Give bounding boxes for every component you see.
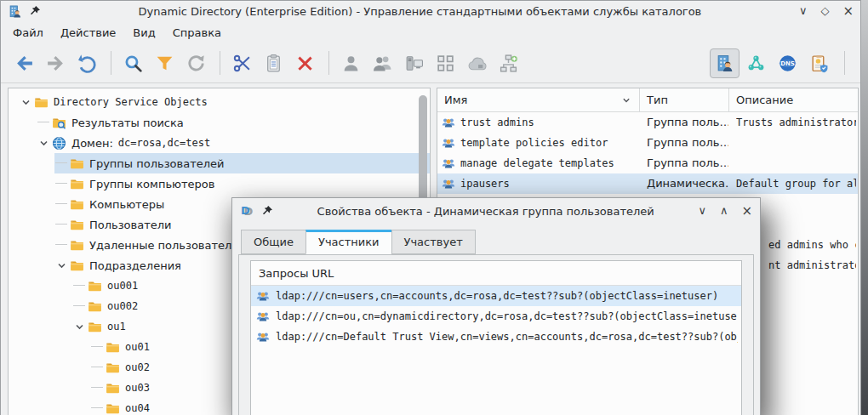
tree-item-label: ou1 bbox=[107, 321, 126, 333]
close-button[interactable]: × bbox=[842, 1, 854, 21]
search-button[interactable] bbox=[118, 48, 148, 78]
menu-view[interactable]: Вид bbox=[124, 24, 163, 42]
cell-description: nt administrato… bbox=[768, 255, 856, 276]
column-header-label: Описание bbox=[736, 94, 793, 106]
tree-item-label: ou03 bbox=[125, 382, 150, 394]
directory-objects-icon bbox=[715, 54, 734, 73]
delete-button[interactable] bbox=[290, 48, 320, 78]
add-ou-button[interactable] bbox=[494, 48, 523, 78]
forward-button[interactable] bbox=[41, 48, 71, 78]
ldap-url-item[interactable]: ldap:///cn=Default Trust View,cn=views,c… bbox=[251, 327, 741, 347]
back-button[interactable] bbox=[9, 48, 39, 78]
tree-item-domain[interactable]: Домен: dc=rosa,dc=test bbox=[37, 133, 430, 153]
dialog-titlebar[interactable]: D D Свойства объекта - Динамическая груп… bbox=[232, 198, 760, 224]
tab-member-of[interactable]: Участвует bbox=[391, 230, 476, 254]
cloud-sync-button[interactable] bbox=[462, 48, 492, 78]
add-group-button[interactable] bbox=[368, 48, 397, 78]
tree-branch-line bbox=[54, 235, 70, 255]
table-header: Имя Тип Описание bbox=[437, 88, 858, 112]
tree-item-label: ou001 bbox=[107, 280, 138, 292]
pin-icon[interactable] bbox=[261, 205, 273, 217]
menubar: Файл Действие Вид Справка bbox=[1, 21, 860, 43]
folder-icon bbox=[70, 197, 84, 212]
url-queries-header: Запросы URL bbox=[251, 261, 741, 286]
tree-branch-line bbox=[90, 378, 106, 398]
main-titlebar[interactable]: Dynamic Directory (Enterprise Edition) -… bbox=[1, 1, 860, 21]
minimize-button[interactable]: ∨ bbox=[799, 1, 808, 21]
window-title: Dynamic Directory (Enterprise Edition) -… bbox=[48, 5, 792, 18]
search-icon bbox=[123, 54, 143, 73]
computer-icon bbox=[404, 54, 424, 73]
table-row-ipausers[interactable]: ipausers Динамическа… Default group for … bbox=[437, 173, 858, 194]
group-icon bbox=[256, 310, 270, 323]
toolbar-separator bbox=[111, 51, 111, 75]
expander-icon[interactable] bbox=[19, 92, 34, 112]
tree-item-label: Пользователи bbox=[89, 219, 172, 231]
tab-general[interactable]: Общие bbox=[241, 230, 306, 254]
org-unit-icon bbox=[499, 54, 518, 73]
add-computer-button[interactable] bbox=[399, 48, 429, 78]
tree-item-search-results[interactable]: Результаты поиска bbox=[37, 112, 430, 133]
folder-icon bbox=[34, 95, 49, 110]
tree-branch-line bbox=[90, 337, 106, 357]
users-icon bbox=[373, 54, 392, 73]
directory-objects-view-button[interactable] bbox=[710, 48, 740, 78]
tree-item-label: Удаленные пользователи bbox=[89, 239, 239, 252]
column-header-name[interactable]: Имя bbox=[437, 88, 640, 111]
folder-search-icon bbox=[52, 116, 66, 130]
folder-icon bbox=[70, 218, 84, 232]
user-icon bbox=[341, 54, 361, 73]
tree-item-label: Домен: bbox=[71, 137, 113, 150]
column-header-label: Тип bbox=[647, 94, 668, 106]
add-network-button[interactable] bbox=[431, 48, 460, 78]
ldap-url-item[interactable]: ldap:///cn=ou,cn=dynamicdirectory,dc=ros… bbox=[251, 306, 741, 327]
tree-item-directory-service-objects[interactable]: Directory Service Objects bbox=[19, 92, 430, 112]
back-icon bbox=[14, 54, 34, 73]
dialog-restore-button[interactable]: ∧ bbox=[720, 201, 728, 221]
dialog-close-button[interactable]: × bbox=[741, 201, 752, 221]
dns-icon: DNS bbox=[778, 54, 797, 73]
tree-item-label: Directory Service Objects bbox=[54, 96, 208, 108]
cloud-icon bbox=[467, 54, 487, 73]
toolbar: DNS bbox=[1, 43, 860, 83]
column-header-description[interactable]: Описание bbox=[729, 88, 858, 111]
menu-help[interactable]: Справка bbox=[164, 24, 230, 42]
pin-icon[interactable] bbox=[29, 5, 41, 17]
policies-view-button[interactable] bbox=[804, 48, 834, 78]
paste-button[interactable] bbox=[259, 48, 288, 78]
cell-type: Группа поль… bbox=[647, 112, 728, 133]
tree-item-user-groups[interactable]: Группы пользователей bbox=[54, 153, 430, 173]
maximize-button[interactable]: ◇ bbox=[820, 1, 829, 21]
add-user-button[interactable] bbox=[336, 48, 366, 78]
expander-icon[interactable] bbox=[72, 316, 88, 337]
toolbar-separator bbox=[328, 51, 329, 75]
policy-icon bbox=[809, 54, 829, 73]
group-icon bbox=[256, 289, 270, 303]
tree-item-computer-groups[interactable]: Группы компьютеров bbox=[54, 173, 430, 194]
folder-icon bbox=[106, 361, 120, 375]
toolbar-separator bbox=[220, 51, 220, 75]
table-row-trust-admins[interactable]: trust admins Группа поль… Trusts adminis… bbox=[437, 112, 858, 133]
cell-type: Динамическа… bbox=[647, 173, 728, 194]
menu-file[interactable]: Файл bbox=[4, 24, 52, 42]
table-row-manage-delegate-templates[interactable]: manage delegate templates Группа поль… bbox=[437, 153, 858, 173]
undo-button[interactable] bbox=[72, 48, 102, 78]
ldap-url-item[interactable]: ldap:///cn=users,cn=accounts,dc=rosa,dc=… bbox=[251, 286, 741, 306]
dialog-minimize-button[interactable]: ∨ bbox=[698, 201, 706, 221]
expander-icon[interactable] bbox=[37, 133, 52, 153]
expander-icon[interactable] bbox=[54, 255, 70, 276]
tab-pane: Запросы URL ldap:///cn=users,cn=accounts… bbox=[238, 254, 754, 415]
cut-button[interactable] bbox=[227, 48, 257, 78]
cell-name: template policies editor bbox=[460, 133, 637, 153]
filter-button[interactable] bbox=[150, 48, 180, 78]
reload-button[interactable] bbox=[181, 48, 211, 78]
folder-icon bbox=[106, 381, 120, 395]
tab-members[interactable]: Участники bbox=[306, 230, 391, 254]
cell-name: trust admins bbox=[460, 112, 637, 133]
dns-view-button[interactable]: DNS bbox=[773, 48, 802, 78]
column-header-type[interactable]: Тип bbox=[640, 88, 729, 111]
cell-name: manage delegate templates bbox=[460, 153, 637, 173]
table-row-template-policies-editor[interactable]: template policies editor Группа поль… bbox=[437, 133, 858, 153]
menu-action[interactable]: Действие bbox=[52, 24, 124, 42]
sites-view-button[interactable] bbox=[741, 48, 771, 78]
